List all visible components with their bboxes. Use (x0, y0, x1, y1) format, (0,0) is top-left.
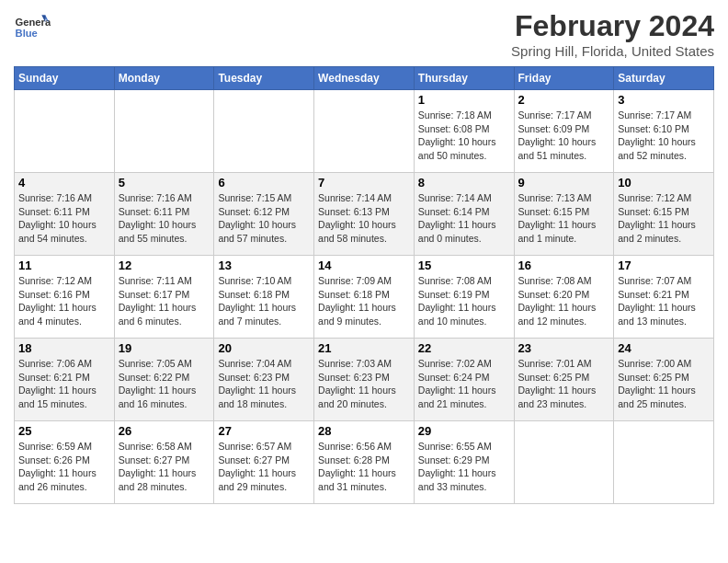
calendar-week-2: 4Sunrise: 7:16 AMSunset: 6:11 PMDaylight… (15, 173, 714, 256)
calendar-cell: 13Sunrise: 7:10 AMSunset: 6:18 PMDayligh… (214, 256, 314, 339)
cell-content: Sunrise: 7:14 AMSunset: 6:13 PMDaylight:… (318, 191, 410, 246)
cell-content: Sunrise: 7:17 AMSunset: 6:10 PMDaylight:… (618, 109, 710, 163)
page-header: General Blue February 2024 Spring Hill, … (14, 9, 714, 59)
cell-content: Sunrise: 7:11 AMSunset: 6:17 PMDaylight:… (119, 274, 210, 328)
calendar-week-1: 1Sunrise: 7:18 AMSunset: 6:08 PMDaylight… (15, 90, 714, 173)
day-number: 19 (119, 341, 210, 355)
calendar-header-row: SundayMondayTuesdayWednesdayThursdayFrid… (15, 67, 714, 90)
day-number: 1 (418, 93, 510, 107)
calendar-cell: 18Sunrise: 7:06 AMSunset: 6:21 PMDayligh… (15, 339, 115, 421)
day-number: 27 (218, 424, 310, 438)
calendar-cell: 25Sunrise: 6:59 AMSunset: 6:26 PMDayligh… (15, 421, 115, 504)
calendar-cell: 6Sunrise: 7:15 AMSunset: 6:12 PMDaylight… (214, 173, 314, 256)
calendar-body: 1Sunrise: 7:18 AMSunset: 6:08 PMDaylight… (15, 90, 714, 504)
calendar-cell: 4Sunrise: 7:16 AMSunset: 6:11 PMDaylight… (15, 173, 115, 256)
day-number: 18 (18, 341, 110, 355)
column-header-sunday: Sunday (15, 67, 115, 90)
day-number: 21 (318, 341, 410, 355)
calendar-cell: 19Sunrise: 7:05 AMSunset: 6:22 PMDayligh… (114, 339, 214, 421)
day-number: 28 (318, 424, 410, 438)
calendar-cell: 17Sunrise: 7:07 AMSunset: 6:21 PMDayligh… (614, 256, 714, 339)
cell-content: Sunrise: 7:08 AMSunset: 6:19 PMDaylight:… (418, 274, 510, 328)
calendar-cell: 20Sunrise: 7:04 AMSunset: 6:23 PMDayligh… (214, 339, 314, 421)
cell-content: Sunrise: 7:02 AMSunset: 6:24 PMDaylight:… (418, 357, 510, 411)
cell-content: Sunrise: 6:56 AMSunset: 6:28 PMDaylight:… (318, 440, 410, 494)
cell-content: Sunrise: 7:03 AMSunset: 6:23 PMDaylight:… (318, 357, 410, 411)
day-number: 7 (318, 176, 410, 190)
cell-content: Sunrise: 7:16 AMSunset: 6:11 PMDaylight:… (18, 191, 110, 246)
calendar-cell: 12Sunrise: 7:11 AMSunset: 6:17 PMDayligh… (114, 256, 214, 339)
column-header-tuesday: Tuesday (214, 67, 314, 90)
cell-content: Sunrise: 6:57 AMSunset: 6:27 PMDaylight:… (218, 440, 310, 494)
calendar-week-4: 18Sunrise: 7:06 AMSunset: 6:21 PMDayligh… (15, 339, 714, 421)
calendar-cell (15, 90, 115, 173)
calendar-cell: 8Sunrise: 7:14 AMSunset: 6:14 PMDaylight… (414, 173, 514, 256)
day-number: 13 (218, 259, 310, 272)
calendar-cell: 7Sunrise: 7:14 AMSunset: 6:13 PMDaylight… (314, 173, 415, 256)
calendar-subtitle: Spring Hill, Florida, United States (511, 43, 714, 59)
calendar-cell: 27Sunrise: 6:57 AMSunset: 6:27 PMDayligh… (214, 421, 314, 504)
cell-content: Sunrise: 6:59 AMSunset: 6:26 PMDaylight:… (18, 440, 110, 494)
calendar-cell (614, 421, 714, 504)
cell-content: Sunrise: 7:08 AMSunset: 6:20 PMDaylight:… (518, 274, 610, 328)
day-number: 17 (618, 259, 710, 272)
calendar-cell (314, 90, 415, 173)
cell-content: Sunrise: 7:12 AMSunset: 6:15 PMDaylight:… (618, 191, 710, 246)
day-number: 24 (618, 341, 710, 355)
calendar-cell: 15Sunrise: 7:08 AMSunset: 6:19 PMDayligh… (414, 256, 514, 339)
cell-content: Sunrise: 7:09 AMSunset: 6:18 PMDaylight:… (318, 274, 410, 328)
calendar-cell (214, 90, 314, 173)
cell-content: Sunrise: 7:04 AMSunset: 6:23 PMDaylight:… (218, 357, 310, 411)
calendar-cell: 23Sunrise: 7:01 AMSunset: 6:25 PMDayligh… (514, 339, 614, 421)
cell-content: Sunrise: 7:07 AMSunset: 6:21 PMDaylight:… (618, 274, 710, 328)
calendar-cell: 14Sunrise: 7:09 AMSunset: 6:18 PMDayligh… (314, 256, 415, 339)
day-number: 12 (119, 259, 210, 272)
column-header-friday: Friday (514, 67, 614, 90)
day-number: 11 (18, 259, 110, 272)
cell-content: Sunrise: 7:18 AMSunset: 6:08 PMDaylight:… (418, 109, 510, 163)
cell-content: Sunrise: 7:14 AMSunset: 6:14 PMDaylight:… (418, 191, 510, 246)
day-number: 4 (18, 176, 110, 190)
calendar-cell: 21Sunrise: 7:03 AMSunset: 6:23 PMDayligh… (314, 339, 415, 421)
cell-content: Sunrise: 7:17 AMSunset: 6:09 PMDaylight:… (518, 109, 610, 163)
calendar-week-5: 25Sunrise: 6:59 AMSunset: 6:26 PMDayligh… (15, 421, 714, 504)
day-number: 8 (418, 176, 510, 190)
calendar-cell: 1Sunrise: 7:18 AMSunset: 6:08 PMDaylight… (414, 90, 514, 173)
calendar-title: February 2024 (511, 9, 714, 43)
day-number: 10 (618, 176, 710, 190)
day-number: 2 (518, 93, 610, 107)
column-header-monday: Monday (114, 67, 214, 90)
calendar-cell: 16Sunrise: 7:08 AMSunset: 6:20 PMDayligh… (514, 256, 614, 339)
column-header-thursday: Thursday (414, 67, 514, 90)
day-number: 26 (119, 424, 210, 438)
svg-text:Blue: Blue (16, 28, 38, 39)
calendar-cell: 5Sunrise: 7:16 AMSunset: 6:11 PMDaylight… (114, 173, 214, 256)
day-number: 20 (218, 341, 310, 355)
cell-content: Sunrise: 7:00 AMSunset: 6:25 PMDaylight:… (618, 357, 710, 411)
day-number: 16 (518, 259, 610, 272)
column-header-wednesday: Wednesday (314, 67, 415, 90)
cell-content: Sunrise: 6:58 AMSunset: 6:27 PMDaylight:… (119, 440, 210, 494)
logo: General Blue (14, 9, 54, 46)
cell-content: Sunrise: 7:05 AMSunset: 6:22 PMDaylight:… (119, 357, 210, 411)
calendar-cell: 22Sunrise: 7:02 AMSunset: 6:24 PMDayligh… (414, 339, 514, 421)
calendar-cell (514, 421, 614, 504)
cell-content: Sunrise: 7:10 AMSunset: 6:18 PMDaylight:… (218, 274, 310, 328)
day-number: 3 (618, 93, 710, 107)
cell-content: Sunrise: 7:13 AMSunset: 6:15 PMDaylight:… (518, 191, 610, 246)
calendar-cell: 24Sunrise: 7:00 AMSunset: 6:25 PMDayligh… (614, 339, 714, 421)
day-number: 14 (318, 259, 410, 272)
calendar-cell: 28Sunrise: 6:56 AMSunset: 6:28 PMDayligh… (314, 421, 415, 504)
column-header-saturday: Saturday (614, 67, 714, 90)
cell-content: Sunrise: 7:12 AMSunset: 6:16 PMDaylight:… (18, 274, 110, 328)
cell-content: Sunrise: 7:06 AMSunset: 6:21 PMDaylight:… (18, 357, 110, 411)
calendar-table: SundayMondayTuesdayWednesdayThursdayFrid… (14, 66, 714, 504)
cell-content: Sunrise: 7:15 AMSunset: 6:12 PMDaylight:… (218, 191, 310, 246)
calendar-cell: 10Sunrise: 7:12 AMSunset: 6:15 PMDayligh… (614, 173, 714, 256)
day-number: 29 (418, 424, 510, 438)
calendar-cell: 11Sunrise: 7:12 AMSunset: 6:16 PMDayligh… (15, 256, 115, 339)
day-number: 6 (218, 176, 310, 190)
calendar-cell: 2Sunrise: 7:17 AMSunset: 6:09 PMDaylight… (514, 90, 614, 173)
calendar-week-3: 11Sunrise: 7:12 AMSunset: 6:16 PMDayligh… (15, 256, 714, 339)
title-block: February 2024 Spring Hill, Florida, Unit… (511, 9, 714, 59)
